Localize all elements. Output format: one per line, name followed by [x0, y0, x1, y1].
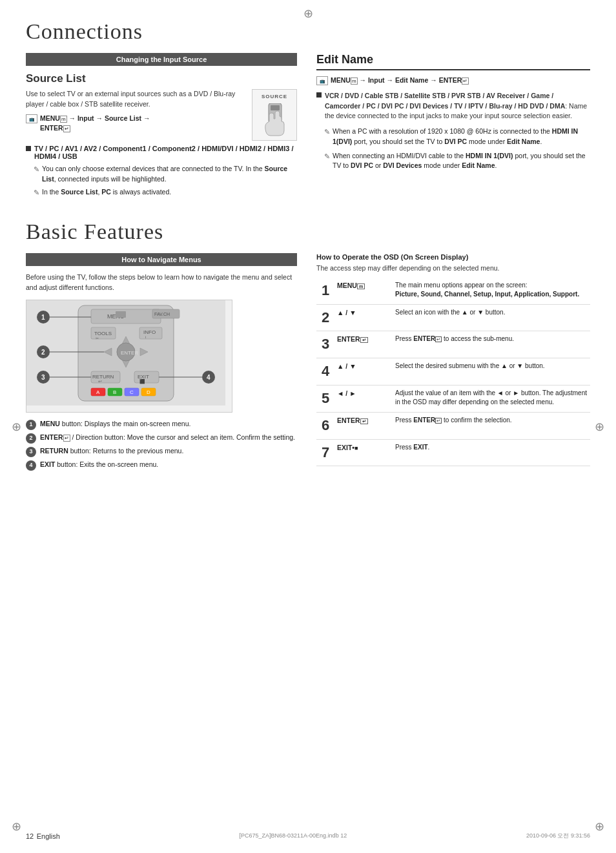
svg-text:⬛: ⬛: [139, 378, 145, 384]
svg-text:INFO: INFO: [143, 329, 156, 335]
source-list-menu-text: MENUm → Input → Source List →ENTER↵: [40, 114, 150, 134]
connections-two-col: Changing the Input Source Source List SO…: [26, 53, 590, 200]
connections-title: Connections: [26, 19, 590, 44]
osd-subtitle: The access step may differ depending on …: [316, 263, 590, 274]
osd-key-3: ENTER↵: [334, 331, 393, 358]
num-circle-2: 2: [26, 433, 36, 444]
edit-menu-remote-icon: 📺: [316, 76, 328, 85]
svg-text:B: B: [113, 389, 116, 395]
edit-name-bullet-text: VCR / DVD / Cable STB / Satellite STB / …: [325, 91, 590, 121]
page-number-area: 12 English: [26, 830, 60, 841]
remote-item-1: 1 MENU button: Displays the main on-scre…: [26, 419, 297, 430]
edit-name-menu-line: 📺 MENUm → Input → Edit Name → ENTER↵: [316, 76, 590, 86]
edit-name-note1-text: When a PC with a resolution of 1920 x 10…: [333, 127, 590, 147]
osd-num-1: 1: [316, 278, 334, 304]
svg-text:i: i: [145, 335, 146, 339]
source-list-title: Source List: [26, 72, 297, 85]
osd-num-6: 6: [316, 412, 334, 439]
source-list-note1-text: You can only choose external devices tha…: [42, 164, 297, 185]
edit-name-menu-text: MENUm → Input → Edit Name → ENTER↵: [331, 76, 469, 86]
num-circle-1: 1: [26, 420, 36, 430]
remote-item-2: 2 ENTER↵ / Direction button: Move the cu…: [26, 433, 297, 444]
basic-features-title: Basic Features: [26, 220, 590, 244]
remote-control-image: MENU FAV.CH TOOLS ✂ INFO i: [26, 300, 232, 413]
svg-text:3: 3: [41, 374, 45, 381]
osd-desc-5: Adjust the value of an item with the ◄ o…: [393, 385, 590, 412]
osd-num-5: 5: [316, 385, 334, 412]
num-circle-4: 4: [26, 460, 36, 471]
bf-left-col: How to Navigate Menus Before using the T…: [26, 253, 297, 473]
osd-num-4: 4: [316, 358, 334, 385]
source-list-note2-text: In the Source List, PC is always activat…: [42, 187, 171, 198]
edit-name-note2-text: When connecting an HDMI/DVI cable to the…: [333, 151, 590, 172]
edit-note-pencil-icon1: ✎: [324, 127, 330, 147]
svg-text:ENTER: ENTER: [121, 350, 138, 356]
edit-name-note2: ✎ When connecting an HDMI/DVI cable to t…: [316, 151, 590, 172]
osd-num-3: 3: [316, 331, 334, 358]
crosshair-right-icon: ⊕: [595, 420, 604, 434]
osd-desc-2: Select an icon with the ▲ or ▼ button.: [393, 304, 590, 331]
osd-key-1: MENUm: [334, 278, 393, 304]
square-bullet-icon: [26, 146, 31, 151]
source-list-note2: ✎ In the Source List, PC is always activ…: [26, 187, 297, 198]
osd-desc-6: Press ENTER↵ to confirm the selection.: [393, 412, 590, 439]
edit-note-pencil-icon2: ✎: [324, 151, 330, 172]
edit-square-bullet-icon: [316, 92, 322, 98]
source-image: SOURCE: [252, 89, 297, 141]
source-list-bullet-title: TV / PC / AV1 / AV2 / Component1 / Compo…: [34, 145, 297, 160]
osd-row-1: 1 MENUm The main menu options appear on …: [316, 278, 590, 304]
osd-key-6: ENTER↵: [334, 412, 393, 439]
basic-features-two-col: How to Navigate Menus Before using the T…: [26, 253, 590, 473]
page-lang: English: [37, 832, 60, 840]
bf-right-col: How to Operate the OSD (On Screen Displa…: [316, 253, 590, 473]
osd-num-7: 7: [316, 439, 334, 466]
remote-item-2-text: ENTER↵ / Direction button: Move the curs…: [40, 433, 295, 442]
svg-text:↩: ↩: [98, 379, 102, 384]
osd-num-2: 2: [316, 304, 334, 331]
svg-rect-10: [116, 311, 126, 318]
edit-name-note1: ✎ When a PC with a resolution of 1920 x …: [316, 127, 590, 147]
crosshair-top-icon: ⊕: [303, 6, 313, 21]
changing-input-bar: Changing the Input Source: [26, 53, 297, 66]
footer-date: 2010-09-06 오전 9:31:56: [526, 832, 590, 840]
osd-key-4: ▲ / ▼: [334, 358, 393, 385]
osd-key-5: ◄ / ►: [334, 385, 393, 412]
crosshair-left-icon: ⊕: [12, 420, 21, 434]
edit-name-bullet-row: VCR / DVD / Cable STB / Satellite STB / …: [316, 91, 590, 121]
svg-text:RETURN: RETURN: [92, 374, 114, 380]
page-number: 12 English: [26, 830, 60, 841]
osd-desc-3: Press ENTER↵ to access the sub-menu.: [393, 331, 590, 358]
source-list-note1: ✎ You can only choose external devices t…: [26, 164, 297, 185]
footer-filename: [PC675_ZA]BN68-03211A-00Eng.indb 12: [240, 832, 347, 839]
svg-text:FAV.CH: FAV.CH: [154, 312, 170, 316]
svg-text:2: 2: [41, 349, 45, 356]
note-pencil-icon1: ✎: [34, 164, 39, 185]
osd-table: 1 MENUm The main menu options appear on …: [316, 278, 590, 467]
source-list-bullet-row: TV / PC / AV1 / AV2 / Component1 / Compo…: [26, 145, 297, 160]
osd-row-6: 6 ENTER↵ Press ENTER↵ to confirm the sel…: [316, 412, 590, 439]
remote-item-1-text: MENU button: Displays the main on-screen…: [40, 419, 190, 429]
navigate-menus-bar: How to Navigate Menus: [26, 253, 297, 266]
remote-item-3-text: RETURN button: Returns to the previous m…: [40, 446, 183, 456]
source-list-menu-line: 📺 MENUm → Input → Source List →ENTER↵: [26, 114, 247, 134]
osd-row-7: 7 EXIT•■ Press EXIT.: [316, 439, 590, 466]
remote-diagram-svg: MENU FAV.CH TOOLS ✂ INFO i: [26, 300, 225, 406]
svg-text:4: 4: [207, 374, 210, 381]
svg-text:A: A: [96, 389, 100, 395]
svg-rect-1: [271, 105, 280, 110]
remote-numbered-list: 1 MENU button: Displays the main on-scre…: [26, 419, 297, 471]
page: ⊕ ⊕ ⊕ ⊕ ⊕ Connections Changing the Input…: [0, 0, 616, 853]
osd-key-7: EXIT•■: [334, 439, 393, 466]
svg-text:TOOLS: TOOLS: [94, 331, 112, 336]
edit-name-col: Edit Name 📺 MENUm → Input → Edit Name → …: [316, 53, 590, 200]
osd-desc-4: Select the desired submenu with the ▲ or…: [393, 358, 590, 385]
edit-name-title: Edit Name: [316, 53, 590, 70]
svg-text:1: 1: [41, 314, 45, 321]
connections-left-col: Changing the Input Source Source List SO…: [26, 53, 297, 200]
remote-item-3: 3 RETURN button: Returns to the previous…: [26, 446, 297, 457]
page-footer: 12 English [PC675_ZA]BN68-03211A-00Eng.i…: [0, 830, 616, 841]
menu-remote-icon: 📺: [26, 114, 37, 123]
svg-text:C: C: [130, 389, 134, 395]
bf-intro-text: Before using the TV, follow the steps be…: [26, 272, 297, 293]
osd-row-3: 3 ENTER↵ Press ENTER↵ to access the sub-…: [316, 331, 590, 358]
